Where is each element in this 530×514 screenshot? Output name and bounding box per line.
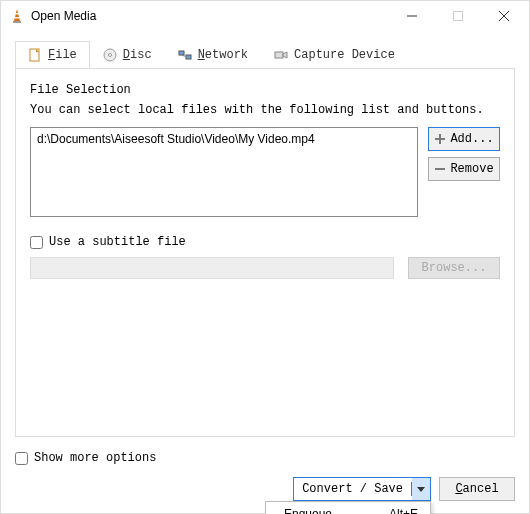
cancel-button[interactable]: Cancel: [439, 477, 515, 501]
file-list[interactable]: d:\Documents\Aiseesoft Studio\Video\My V…: [30, 127, 418, 217]
file-item[interactable]: d:\Documents\Aiseesoft Studio\Video\My V…: [37, 132, 411, 146]
close-button[interactable]: [481, 1, 527, 31]
remove-button[interactable]: Remove: [428, 157, 500, 181]
convert-save-label: Convert / Save: [294, 482, 412, 496]
file-row: d:\Documents\Aiseesoft Studio\Video\My V…: [30, 127, 500, 217]
use-subtitle-label: Use a subtitle file: [49, 235, 186, 249]
minimize-button[interactable]: [389, 1, 435, 31]
open-media-window: Open Media File Disc Network Capture Dev: [0, 0, 530, 514]
convert-save-button[interactable]: Convert / Save: [293, 477, 431, 501]
svg-rect-15: [275, 52, 283, 58]
show-more-checkbox[interactable]: [15, 452, 28, 465]
svg-marker-0: [14, 9, 20, 21]
tab-file[interactable]: File: [15, 41, 90, 68]
plus-icon: [434, 133, 446, 145]
use-subtitle-checkbox[interactable]: [30, 236, 43, 249]
tab-capture-device[interactable]: Capture Device: [261, 41, 408, 68]
source-tabs: File Disc Network Capture Device: [15, 41, 515, 69]
maximize-button[interactable]: [435, 1, 481, 31]
action-row: Convert / Save Cancel Enqueue Alt+E Play…: [15, 477, 515, 501]
vlc-cone-icon: [9, 8, 25, 24]
show-more-options-row[interactable]: Show more options: [15, 451, 515, 465]
bottom-bar: Show more options Convert / Save Cancel …: [1, 445, 529, 513]
subtitle-section: Use a subtitle file Browse...: [30, 235, 500, 279]
svg-marker-16: [283, 52, 287, 58]
menu-shortcut: Alt+E: [389, 507, 418, 514]
titlebar: Open Media: [1, 1, 529, 31]
tab-label: Capture Device: [294, 48, 395, 62]
file-icon: [28, 48, 42, 62]
file-selection-title: File Selection: [30, 83, 500, 97]
tab-disc[interactable]: Disc: [90, 41, 165, 68]
file-selection-desc: You can select local files with the foll…: [30, 103, 500, 117]
add-label: Add...: [450, 132, 493, 146]
tab-label: Disc: [123, 48, 152, 62]
menu-item-enqueue[interactable]: Enqueue Alt+E: [266, 502, 430, 514]
tab-label: Network: [198, 48, 248, 62]
subtitle-path-input: [30, 257, 394, 279]
browse-button: Browse...: [408, 257, 500, 279]
convert-dropdown-menu: Enqueue Alt+E Play Alt+P Stream Alt+S Co…: [265, 501, 431, 514]
dialog-content: File Disc Network Capture Device File Se…: [1, 31, 529, 445]
use-subtitle-checkbox-row[interactable]: Use a subtitle file: [30, 235, 500, 249]
svg-point-11: [108, 54, 111, 57]
menu-label: Enqueue: [284, 507, 332, 514]
browse-label: Browse...: [422, 261, 487, 275]
window-controls: [389, 1, 527, 31]
svg-rect-1: [13, 21, 21, 23]
subtitle-input-row: Browse...: [30, 257, 500, 279]
file-tab-panel: File Selection You can select local file…: [15, 69, 515, 437]
svg-rect-5: [454, 12, 463, 21]
svg-rect-2: [15, 13, 19, 15]
capture-icon: [274, 48, 288, 62]
chevron-down-icon: [417, 482, 425, 496]
add-button[interactable]: Add...: [428, 127, 500, 151]
network-icon: [178, 48, 192, 62]
svg-rect-12: [179, 51, 184, 55]
convert-save-dropdown-toggle[interactable]: [412, 478, 430, 500]
show-more-label: Show more options: [34, 451, 156, 465]
svg-rect-3: [15, 17, 20, 19]
file-buttons: Add... Remove: [428, 127, 500, 181]
window-title: Open Media: [31, 9, 96, 23]
minus-icon: [434, 163, 446, 175]
cancel-label: Cancel: [455, 482, 498, 496]
remove-label: Remove: [450, 162, 493, 176]
tab-network[interactable]: Network: [165, 41, 261, 68]
tab-label: File: [48, 48, 77, 62]
svg-marker-20: [417, 487, 425, 492]
disc-icon: [103, 48, 117, 62]
